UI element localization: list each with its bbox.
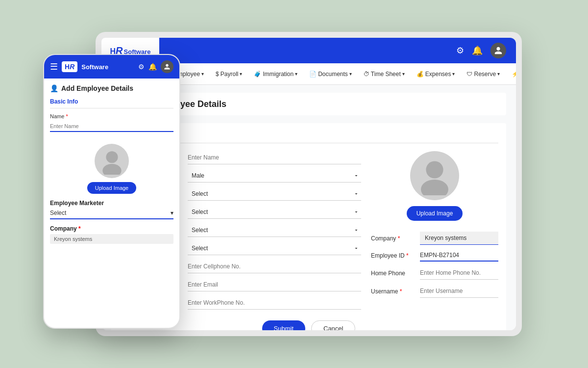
mobile-user-avatar[interactable] xyxy=(161,60,173,73)
select-2[interactable]: Select xyxy=(188,206,361,219)
chevron-icon: ▾ xyxy=(349,71,352,77)
mobile-page-title: Add Employee Details xyxy=(61,84,133,92)
name-input[interactable] xyxy=(188,151,361,164)
email-input[interactable] xyxy=(188,278,361,291)
gender-select[interactable]: Male Female xyxy=(188,169,361,183)
svg-point-0 xyxy=(426,161,443,178)
chevron-down-icon: ▾ xyxy=(171,210,173,216)
mobile-avatar-area: Upload Image xyxy=(50,144,173,194)
company-row: Company * Kreyon systems xyxy=(371,232,498,245)
mobile-add-employee-icon: 👤 xyxy=(50,84,58,92)
employee-avatar xyxy=(410,151,459,200)
immigration-icon: 🧳 xyxy=(254,71,261,78)
mobile-logo: HR Software xyxy=(62,61,134,72)
chevron-icon: ▾ xyxy=(497,71,500,77)
bell-icon[interactable]: 🔔 xyxy=(472,45,483,56)
nav-documents[interactable]: 📄 Documents ▾ xyxy=(304,68,357,80)
submit-button[interactable]: Submit xyxy=(262,320,305,330)
payroll-icon: $ xyxy=(216,71,219,78)
right-fields: Company * Kreyon systems Employee ID * xyxy=(371,232,498,303)
mobile-software-text: Software xyxy=(81,63,108,71)
nav-payroll[interactable]: $ Payroll ▾ xyxy=(211,68,247,80)
svg-point-2 xyxy=(106,151,118,163)
home-phone-row: Home Phone xyxy=(371,266,498,280)
mobile-device: ☰ HR Software ⚙ 🔔 👤 xyxy=(43,54,180,329)
mobile-bell-icon[interactable]: 🔔 xyxy=(148,63,157,71)
nav-immigration[interactable]: 🧳 Immigration ▾ xyxy=(249,68,302,80)
mobile-name-label: Name * xyxy=(50,113,173,119)
mobile-section-title: Basic Info xyxy=(50,98,173,108)
username-label: Username * xyxy=(371,288,420,295)
cellphone-input[interactable] xyxy=(188,260,361,273)
chevron-icon: ▾ xyxy=(402,71,405,77)
settings-icon[interactable]: ⚙ xyxy=(456,45,464,56)
home-phone-input[interactable] xyxy=(420,266,498,280)
mobile-logo-box: HR xyxy=(62,61,77,72)
company-label: Company * xyxy=(371,235,420,242)
hamburger-icon[interactable]: ☰ xyxy=(50,61,58,72)
expenses-icon: 💰 xyxy=(416,71,424,78)
reserve-icon: 🛡 xyxy=(466,71,472,78)
comp-icon: ⚡ xyxy=(512,71,516,78)
mobile-page-title-row: 👤 Add Employee Details xyxy=(50,84,173,92)
username-row: Username * xyxy=(371,285,498,298)
home-phone-label: Home Phone xyxy=(371,270,420,277)
username-input[interactable] xyxy=(420,285,498,298)
mobile-content: 👤 Add Employee Details Basic Info Name *… xyxy=(44,79,179,328)
mobile-settings-icon[interactable]: ⚙ xyxy=(138,63,145,71)
svg-point-3 xyxy=(102,164,122,175)
mobile-emp-marketer-label: Employee Marketer xyxy=(50,200,173,207)
upload-image-button[interactable]: Upload Image xyxy=(407,206,463,221)
chevron-icon: ▾ xyxy=(452,71,455,77)
mobile-logo-text: HR xyxy=(65,63,74,71)
mobile-marketer-select[interactable]: Select ▾ xyxy=(50,210,173,219)
mobile-topbar: ☰ HR Software ⚙ 🔔 xyxy=(44,55,179,79)
nav-comp[interactable]: ⚡ Comp ▾ xyxy=(507,68,516,80)
mobile-upload-button[interactable]: Upload Image xyxy=(87,182,137,194)
nav-timesheet[interactable]: ⏱ Time Sheet ▾ xyxy=(359,68,410,80)
mobile-employee-avatar xyxy=(95,144,129,178)
user-avatar[interactable] xyxy=(490,43,506,58)
cancel-button[interactable]: Cancel xyxy=(311,320,355,330)
svg-point-1 xyxy=(421,180,448,195)
employee-id-label: Employee ID * xyxy=(371,252,420,259)
chevron-icon: ▾ xyxy=(240,71,242,77)
mobile-company-label: Company * xyxy=(50,225,173,232)
nav-reserve[interactable]: 🛡 Reserve ▾ xyxy=(462,68,505,80)
company-value: Kreyon systems xyxy=(420,232,498,245)
mobile-name-input[interactable] xyxy=(50,121,173,132)
timesheet-icon: ⏱ xyxy=(364,71,369,78)
mobile-icons: ⚙ 🔔 xyxy=(138,60,173,73)
nav-expenses[interactable]: 💰 Expenses ▾ xyxy=(412,68,460,80)
form-right: Upload Image Company * Kreyon systems xyxy=(371,151,498,315)
mobile-company-value: Kreyon systems xyxy=(50,234,173,244)
workphone-input[interactable] xyxy=(188,296,361,310)
select-4[interactable]: Select xyxy=(188,242,361,255)
employee-id-row: Employee ID * EMPN-B27104 xyxy=(371,250,498,262)
select-3[interactable]: Select xyxy=(188,224,361,237)
documents-icon: 📄 xyxy=(309,71,317,78)
select-1[interactable]: Select xyxy=(188,187,361,201)
chevron-icon: ▾ xyxy=(201,71,204,77)
employee-id-value: EMPN-B27104 xyxy=(420,250,498,262)
chevron-icon: ▾ xyxy=(295,71,297,77)
